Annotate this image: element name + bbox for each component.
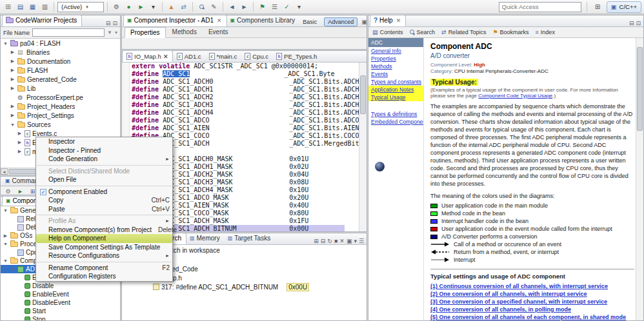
project-tree-item[interactable]: ▼pa04 : FLASH: [1, 39, 120, 48]
run-dropdown-icon[interactable]: ▾: [148, 1, 159, 12]
mode-basic-button[interactable]: Basic: [299, 18, 320, 26]
project-tree-item[interactable]: ▶Generated_Code: [1, 75, 120, 84]
view-menu-icon[interactable]: ☰: [359, 238, 364, 244]
project-tree-item[interactable]: ▶Project_Headers: [1, 102, 120, 111]
help-nav-typical-usage[interactable]: Typical Usage: [368, 93, 423, 101]
collapse-icon[interactable]: ▼: [3, 258, 8, 263]
connect-icon[interactable]: ⇄: [178, 1, 189, 12]
menu-item-select-distinct-shared-mode[interactable]: Select Distinct/Shared Mode: [36, 167, 172, 176]
collapse-icon[interactable]: ▼: [3, 41, 8, 46]
component-tree-item[interactable]: Start: [1, 307, 120, 315]
minimize-icon[interactable]: ⊟: [629, 20, 634, 26]
help-toolbar-bookmarks[interactable]: ⚑Bookmarks: [493, 29, 529, 35]
project-tree-item[interactable]: ▶Project_Settings: [1, 111, 120, 120]
collapse-icon[interactable]: ▼: [3, 208, 8, 213]
editor-tab[interactable]: hIO_Map.h✕: [122, 50, 173, 62]
expand-icon[interactable]: ▶: [17, 140, 23, 145]
component-tree-item[interactable]: EnableEvent: [1, 290, 120, 298]
menu-extra-icon[interactable]: ▾: [294, 1, 305, 12]
menu-item-component-enabled[interactable]: ✓Component Enabled: [36, 188, 172, 197]
expand-icon[interactable]: ▶: [3, 233, 8, 238]
editor-tab[interactable]: c*main.c: [205, 50, 241, 62]
component-tree-item[interactable]: Stop: [1, 315, 120, 320]
project-tree-item[interactable]: ▼Sources: [1, 120, 120, 129]
pin-icon[interactable]: ▣: [361, 19, 367, 25]
help-nav-embedded-components[interactable]: Embedded Components: [368, 118, 423, 126]
editor-tab[interactable]: hPE_Types.h: [272, 50, 321, 62]
expand-icon[interactable]: ▶: [10, 77, 15, 82]
help-nav-methods[interactable]: Methods: [368, 63, 423, 70]
help-nav-events[interactable]: Events: [368, 70, 423, 78]
search-result-item[interactable]: 317: #define ADC_SC1_ADCH_BITNUM0x00U: [122, 282, 367, 291]
menu-item-help-on-component[interactable]: Help on Component: [36, 234, 172, 243]
maximize-icon[interactable]: ⊡: [112, 20, 117, 26]
tab-help[interactable]: ? Help ✕: [370, 15, 406, 26]
scroll-left-icon[interactable]: ◄: [1, 168, 8, 175]
help-toolbar-index[interactable]: ≡Index: [536, 29, 555, 35]
menu-item-open-file[interactable]: Open File: [36, 175, 172, 184]
menu-item-inspector[interactable]: Inspector: [36, 137, 172, 146]
save-icon[interactable]: ▤: [15, 1, 26, 12]
list-icon[interactable]: ☰: [269, 1, 280, 12]
project-tree-item[interactable]: ▶▤Binaries: [1, 48, 120, 57]
tab-memory[interactable]: ▥Memory: [186, 233, 225, 244]
menu-item-resource-configurations[interactable]: Resource Configurations►: [36, 251, 172, 260]
commander-run-icon[interactable]: ►: [15, 187, 25, 195]
mode-advanced-button[interactable]: Advanced: [324, 17, 357, 26]
tab-properties[interactable]: Properties: [125, 27, 166, 38]
component-tree-item[interactable]: Disable: [1, 282, 120, 290]
editor-vscrollbar[interactable]: [359, 63, 367, 231]
editor-tab[interactable]: cCpu.c: [241, 50, 272, 62]
project-tree-item[interactable]: ▶Lib: [1, 84, 120, 93]
tab-events[interactable]: Events: [203, 27, 234, 38]
save-all-icon[interactable]: ▦: [27, 1, 38, 12]
expand-icon[interactable]: ▶: [10, 59, 15, 64]
flash-programmer-icon[interactable]: ▲: [166, 1, 177, 12]
tab-methods[interactable]: Methods: [167, 27, 202, 38]
maximize-icon[interactable]: ⊡: [636, 20, 641, 26]
menu-item-remove-component-s-from-project[interactable]: Remove Component(s) from ProjectDelete: [36, 226, 172, 235]
help-vscrollbar[interactable]: [636, 38, 643, 320]
collapse-icon[interactable]: ▼: [10, 122, 15, 127]
menu-item-configuration-registers[interactable]: Configuration Registers: [36, 272, 172, 281]
typical-usage-link[interactable]: Component Code Typical Usage: [478, 93, 552, 99]
setting-link[interactable]: (5) One conversion of all channels of ea…: [430, 314, 634, 320]
expand-icon[interactable]: ▶: [17, 149, 23, 154]
expand-icon[interactable]: ▶: [10, 86, 15, 91]
file-name-filter-input[interactable]: [32, 28, 105, 37]
debug-icon[interactable]: ●: [123, 1, 134, 12]
refresh-icon[interactable]: ↻: [327, 238, 332, 244]
expand-all-icon[interactable]: ⊞: [314, 238, 319, 244]
help-nav-types-and-constants[interactable]: Types and constants: [368, 78, 423, 86]
filter-funnel-icon[interactable]: ▼: [107, 30, 112, 35]
expand-icon[interactable]: ▶: [17, 131, 23, 136]
tab-component-inspector[interactable]: ▣Component Inspector - AD1✕: [123, 15, 227, 26]
check-icon[interactable]: ✓: [281, 1, 292, 12]
project-tree-item[interactable]: ▶FLASH: [1, 66, 120, 75]
menu-item-profile-as[interactable]: Profile As►: [36, 217, 172, 226]
close-icon[interactable]: ✕: [163, 53, 168, 60]
menu-item-copy[interactable]: CopyCtrl+C: [36, 196, 172, 205]
setting-link[interactable]: (3) One conversion of a specified channe…: [430, 298, 634, 305]
expand-icon[interactable]: ▶: [10, 113, 15, 118]
collapse-icon[interactable]: ▼: [10, 267, 15, 271]
minimize-icon[interactable]: ⊟: [106, 20, 111, 26]
help-toolbar-contents[interactable]: ▤Contents: [372, 29, 403, 35]
new-icon[interactable]: ⊞: [3, 1, 14, 12]
expand-icon[interactable]: ▶: [10, 104, 15, 109]
project-tree-item[interactable]: ⚙ProcessorExpert.pe: [1, 93, 120, 102]
back-icon[interactable]: ◄: [226, 1, 237, 12]
filter-menu-icon[interactable]: ▾: [115, 30, 117, 35]
editor-tab[interactable]: cAD1.c: [173, 50, 205, 62]
setting-link[interactable]: (2) One conversion of all channels, with…: [430, 291, 634, 297]
commander-gear-icon[interactable]: ⚙: [3, 187, 13, 195]
collapse-icon[interactable]: ▼: [3, 242, 8, 246]
tab-target-tasks[interactable]: ▥Target Tasks: [225, 233, 276, 244]
help-nav-general-info[interactable]: General Info: [368, 47, 423, 55]
menu-item-save-component-settings-as-template[interactable]: Save Component Settings As Template: [36, 243, 172, 252]
menu-item-inspector-pinned[interactable]: Inspector - Pinned: [36, 146, 172, 155]
flag-icon[interactable]: ⚑: [257, 1, 268, 12]
tab-components-library[interactable]: ▣Components Library: [227, 15, 300, 26]
component-tree-item[interactable]: DisableEvent: [1, 298, 120, 307]
help-toolbar-search[interactable]: Search: [410, 29, 436, 35]
